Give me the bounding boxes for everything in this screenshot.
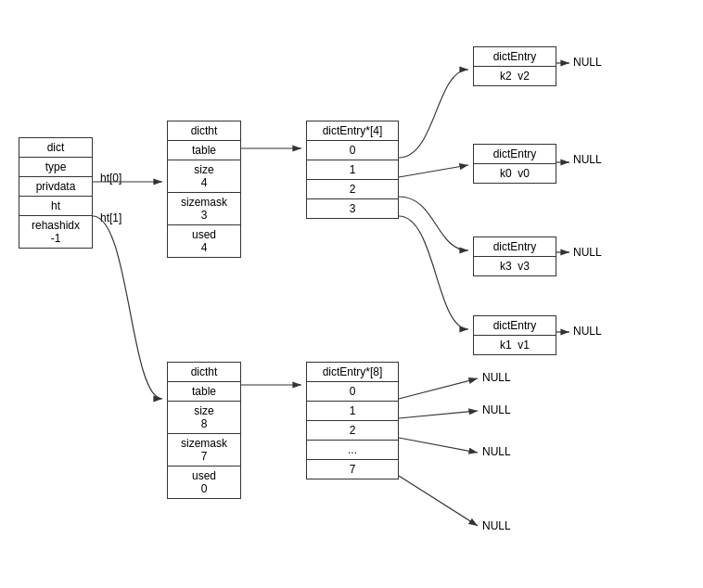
entry-k1v1-box: dictEntry k1 v1 <box>473 315 556 355</box>
dictht0-cell-sizemask: sizemask3 <box>168 193 240 225</box>
array1-cell2: 2 <box>307 421 398 441</box>
array1-cell1: 1 <box>307 402 398 421</box>
array1-box: dictEntry*[8] 0 1 2 ... 7 <box>306 362 399 479</box>
entry-k0v0-box: dictEntry k0 v0 <box>473 144 556 184</box>
entry-k0v0-title: dictEntry <box>474 145 556 164</box>
dictht1-cell-sizemask: sizemask7 <box>168 434 240 467</box>
array1-header: dictEntry*[8] <box>307 363 398 382</box>
array0-cell3: 3 <box>307 199 398 218</box>
entry-k0v0-kv: k0 v0 <box>474 164 556 183</box>
dictht0-cell-title: dictht <box>168 121 240 141</box>
null-label-7: NULL <box>482 445 511 458</box>
entry-k3v3-kv: k3 v3 <box>474 257 556 275</box>
null-label-5: NULL <box>482 371 511 384</box>
null-label-6: NULL <box>482 403 511 416</box>
entry-k1v1-title: dictEntry <box>474 316 556 336</box>
entry-k3v3-box: dictEntry k3 v3 <box>473 236 556 276</box>
diagram: dict type privdata ht rehashidx-1 ht[0] … <box>0 0 703 588</box>
dictht0-box: dictht table size4 sizemask3 used4 <box>167 121 241 258</box>
dict-cell-privdata: privdata <box>19 177 92 197</box>
arrows-svg <box>0 0 703 588</box>
dict-box: dict type privdata ht rehashidx-1 <box>19 137 93 249</box>
array0-header: dictEntry*[4] <box>307 121 398 141</box>
entry-k1v1-kv: k1 v1 <box>474 336 556 354</box>
array0-cell0: 0 <box>307 141 398 160</box>
null-label-4: NULL <box>573 325 602 338</box>
entry-k2v2-title: dictEntry <box>474 47 556 67</box>
dictht0-cell-used: used4 <box>168 225 240 257</box>
dictht1-cell-title: dictht <box>168 363 240 382</box>
dictht1-cell-table: table <box>168 382 240 402</box>
null-label-2: NULL <box>573 153 602 166</box>
array0-box: dictEntry*[4] 0 1 2 3 <box>306 121 399 219</box>
dictht0-cell-size: size4 <box>168 160 240 193</box>
entry-k2v2-box: dictEntry k2 v2 <box>473 46 556 86</box>
ht1-label: ht[1] <box>100 211 121 224</box>
dictht0-cell-table: table <box>168 141 240 160</box>
entry-k2v2-kv: k2 v2 <box>474 67 556 85</box>
dict-cell-type: type <box>19 158 92 177</box>
dictht1-cell-used: used0 <box>168 467 240 498</box>
null-label-1: NULL <box>573 56 602 69</box>
array1-cell7: 7 <box>307 460 398 479</box>
dict-cell-rehashidx: rehashidx-1 <box>19 216 92 248</box>
dictht1-box: dictht table size8 sizemask7 used0 <box>167 362 241 499</box>
ht0-label: ht[0] <box>100 172 121 185</box>
array1-cell0: 0 <box>307 382 398 402</box>
entry-k3v3-title: dictEntry <box>474 237 556 257</box>
array1-cell-ellipsis: ... <box>307 441 398 460</box>
dict-cell-dict: dict <box>19 138 92 158</box>
array0-cell1: 1 <box>307 160 398 180</box>
null-label-8: NULL <box>482 519 511 532</box>
null-label-3: NULL <box>573 246 602 259</box>
dictht1-cell-size: size8 <box>168 402 240 434</box>
array0-cell2: 2 <box>307 180 398 199</box>
dict-cell-ht: ht <box>19 197 92 216</box>
